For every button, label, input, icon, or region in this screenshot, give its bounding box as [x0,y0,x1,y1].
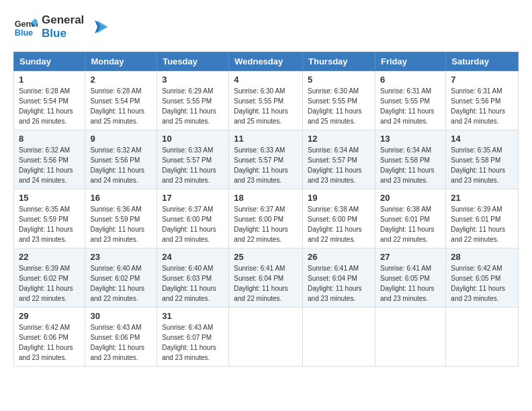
day-info: Sunrise: 6:30 AMSunset: 5:55 PMDaylight:… [308,86,370,126]
day-number: 18 [234,193,298,203]
day-number: 24 [162,252,224,262]
calendar-cell: 10 Sunrise: 6:33 AMSunset: 5:57 PMDaylig… [157,130,229,189]
calendar-cell: 31 Sunrise: 6:43 AMSunset: 6:07 PMDaylig… [157,307,229,366]
day-number: 30 [90,311,152,321]
calendar-week-4: 22 Sunrise: 6:39 AMSunset: 6:02 PMDaylig… [14,248,519,307]
day-info: Sunrise: 6:37 AMSunset: 6:00 PMDaylight:… [162,204,224,244]
calendar-cell: 4 Sunrise: 6:30 AMSunset: 5:55 PMDayligh… [229,71,303,130]
calendar-week-5: 29 Sunrise: 6:42 AMSunset: 6:06 PMDaylig… [14,307,519,366]
day-info: Sunrise: 6:37 AMSunset: 6:00 PMDaylight:… [234,204,298,244]
day-info: Sunrise: 6:36 AMSunset: 5:59 PMDaylight:… [90,204,152,244]
calendar-cell: 22 Sunrise: 6:39 AMSunset: 6:02 PMDaylig… [14,248,85,307]
day-number: 17 [162,193,224,203]
day-info: Sunrise: 6:28 AMSunset: 5:54 PMDaylight:… [90,86,152,126]
calendar-cell: 12 Sunrise: 6:34 AMSunset: 5:57 PMDaylig… [303,130,375,189]
calendar-cell: 20 Sunrise: 6:38 AMSunset: 6:01 PMDaylig… [375,189,445,248]
day-info: Sunrise: 6:39 AMSunset: 6:01 PMDaylight:… [451,204,513,244]
day-info: Sunrise: 6:33 AMSunset: 5:57 PMDaylight:… [234,145,298,185]
day-info: Sunrise: 6:40 AMSunset: 6:03 PMDaylight:… [162,263,224,304]
day-info: Sunrise: 6:42 AMSunset: 6:05 PMDaylight:… [451,263,513,304]
calendar-cell: 21 Sunrise: 6:39 AMSunset: 6:01 PMDaylig… [446,189,519,248]
day-info: Sunrise: 6:32 AMSunset: 5:56 PMDaylight:… [19,145,80,185]
header-friday: Friday [375,52,445,71]
day-number: 28 [451,252,513,262]
day-info: Sunrise: 6:41 AMSunset: 6:04 PMDaylight:… [308,263,370,304]
day-info: Sunrise: 6:43 AMSunset: 6:06 PMDaylight:… [90,322,152,363]
calendar-cell: 2 Sunrise: 6:28 AMSunset: 5:54 PMDayligh… [85,71,157,130]
calendar-cell: 28 Sunrise: 6:42 AMSunset: 6:05 PMDaylig… [446,248,519,307]
calendar-week-1: 1 Sunrise: 6:28 AMSunset: 5:54 PMDayligh… [14,71,519,130]
calendar-cell: 6 Sunrise: 6:31 AMSunset: 5:55 PMDayligh… [375,71,445,130]
day-number: 16 [90,193,152,203]
calendar-cell: 1 Sunrise: 6:28 AMSunset: 5:54 PMDayligh… [14,71,85,130]
day-info: Sunrise: 6:30 AMSunset: 5:55 PMDaylight:… [234,86,298,126]
day-info: Sunrise: 6:41 AMSunset: 6:05 PMDaylight:… [380,263,441,304]
day-number: 29 [19,311,80,321]
calendar-cell: 7 Sunrise: 6:31 AMSunset: 5:56 PMDayligh… [446,71,519,130]
calendar-cell [446,307,519,366]
logo-blue: Blue [42,27,84,40]
page-header: General Blue General Blue [13,13,519,41]
calendar-cell [303,307,375,366]
calendar-cell: 9 Sunrise: 6:32 AMSunset: 5:56 PMDayligh… [85,130,157,189]
day-number: 7 [451,75,513,85]
header-tuesday: Tuesday [157,52,229,71]
day-number: 4 [234,75,298,85]
calendar-cell: 26 Sunrise: 6:41 AMSunset: 6:04 PMDaylig… [303,248,375,307]
day-info: Sunrise: 6:38 AMSunset: 6:01 PMDaylight:… [380,204,441,244]
logo: General Blue General Blue [13,13,108,41]
day-number: 15 [19,193,80,203]
calendar-cell: 27 Sunrise: 6:41 AMSunset: 6:05 PMDaylig… [375,248,445,307]
day-info: Sunrise: 6:28 AMSunset: 5:54 PMDaylight:… [19,86,80,126]
logo-general: General [42,13,84,27]
calendar-cell: 8 Sunrise: 6:32 AMSunset: 5:56 PMDayligh… [14,130,85,189]
day-number: 13 [380,134,441,144]
day-number: 27 [380,252,441,262]
logo-icon: General Blue [13,15,38,39]
day-number: 23 [90,252,152,262]
day-info: Sunrise: 6:29 AMSunset: 5:55 PMDaylight:… [162,86,224,126]
logo-arrow-icon [88,17,108,37]
calendar-cell: 5 Sunrise: 6:30 AMSunset: 5:55 PMDayligh… [303,71,375,130]
day-number: 25 [234,252,298,262]
day-number: 6 [380,75,441,85]
calendar-header-row: SundayMondayTuesdayWednesdayThursdayFrid… [14,52,519,71]
header-sunday: Sunday [14,52,85,71]
calendar-cell: 24 Sunrise: 6:40 AMSunset: 6:03 PMDaylig… [157,248,229,307]
day-number: 19 [308,193,370,203]
day-info: Sunrise: 6:35 AMSunset: 5:58 PMDaylight:… [451,145,513,185]
day-number: 21 [451,193,513,203]
day-number: 14 [451,134,513,144]
calendar-cell: 15 Sunrise: 6:35 AMSunset: 5:59 PMDaylig… [14,189,85,248]
calendar-cell: 29 Sunrise: 6:42 AMSunset: 6:06 PMDaylig… [14,307,85,366]
calendar-cell: 14 Sunrise: 6:35 AMSunset: 5:58 PMDaylig… [446,130,519,189]
day-info: Sunrise: 6:34 AMSunset: 5:57 PMDaylight:… [308,145,370,185]
day-info: Sunrise: 6:41 AMSunset: 6:04 PMDaylight:… [234,263,298,304]
day-number: 9 [90,134,152,144]
day-info: Sunrise: 6:35 AMSunset: 5:59 PMDaylight:… [19,204,80,244]
day-info: Sunrise: 6:39 AMSunset: 6:02 PMDaylight:… [19,263,80,304]
calendar-cell: 25 Sunrise: 6:41 AMSunset: 6:04 PMDaylig… [229,248,303,307]
calendar-cell: 17 Sunrise: 6:37 AMSunset: 6:00 PMDaylig… [157,189,229,248]
calendar-cell: 18 Sunrise: 6:37 AMSunset: 6:00 PMDaylig… [229,189,303,248]
day-info: Sunrise: 6:31 AMSunset: 5:55 PMDaylight:… [380,86,441,126]
day-info: Sunrise: 6:32 AMSunset: 5:56 PMDaylight:… [90,145,152,185]
day-info: Sunrise: 6:40 AMSunset: 6:02 PMDaylight:… [90,263,152,304]
day-info: Sunrise: 6:38 AMSunset: 6:00 PMDaylight:… [308,204,370,244]
calendar-cell: 3 Sunrise: 6:29 AMSunset: 5:55 PMDayligh… [157,71,229,130]
calendar-cell: 16 Sunrise: 6:36 AMSunset: 5:59 PMDaylig… [85,189,157,248]
day-info: Sunrise: 6:43 AMSunset: 6:07 PMDaylight:… [162,322,224,363]
day-number: 26 [308,252,370,262]
day-info: Sunrise: 6:42 AMSunset: 6:06 PMDaylight:… [19,322,80,363]
calendar-cell: 11 Sunrise: 6:33 AMSunset: 5:57 PMDaylig… [229,130,303,189]
day-number: 3 [162,75,224,85]
day-info: Sunrise: 6:33 AMSunset: 5:57 PMDaylight:… [162,145,224,185]
calendar-cell [375,307,445,366]
day-number: 2 [90,75,152,85]
day-number: 31 [162,311,224,321]
day-number: 8 [19,134,80,144]
calendar-cell: 23 Sunrise: 6:40 AMSunset: 6:02 PMDaylig… [85,248,157,307]
calendar-week-2: 8 Sunrise: 6:32 AMSunset: 5:56 PMDayligh… [14,130,519,189]
calendar-cell: 30 Sunrise: 6:43 AMSunset: 6:06 PMDaylig… [85,307,157,366]
calendar-table: SundayMondayTuesdayWednesdayThursdayFrid… [13,52,519,367]
